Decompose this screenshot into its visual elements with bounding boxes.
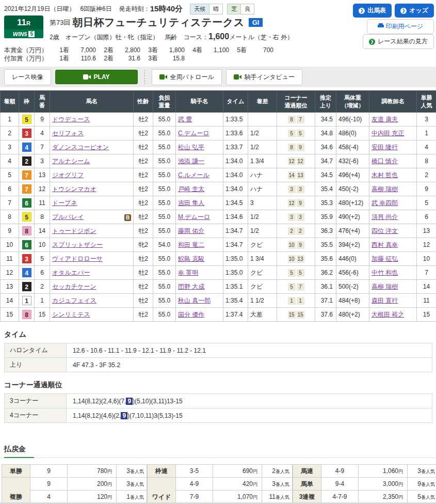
corner-position-box: 7 bbox=[297, 116, 304, 123]
results-guide-button[interactable]: ❯ レース結果の見方 bbox=[363, 34, 434, 49]
entries-button[interactable]: ❯ 出馬表 bbox=[353, 4, 392, 18]
payout-popularity: 1番人気 bbox=[117, 491, 147, 503]
patrol-video-button[interactable]: 全周パトロール bbox=[152, 69, 222, 85]
last-3f-time: 34.8 bbox=[315, 127, 336, 140]
jockey-name-link[interactable]: 戸崎 圭太 bbox=[178, 185, 204, 193]
frame-cell: 2 bbox=[19, 154, 35, 168]
horse-name-link[interactable]: ドウデュース bbox=[52, 116, 90, 123]
print-page-button[interactable]: 印刷用ページ bbox=[367, 19, 434, 34]
horse-name-link[interactable]: ダノンスコーピオン bbox=[52, 144, 109, 151]
trainer-name-link[interactable]: 橋口 慎介 bbox=[372, 158, 398, 165]
table-row: 159ドウデュース牡255.0武 豊1:33.58734.5496(-10)友道… bbox=[1, 113, 436, 127]
prize-value: 700 bbox=[247, 46, 273, 54]
trainer-name-link[interactable]: 中内田 充正 bbox=[372, 130, 404, 137]
trainer-name-link[interactable]: 高柳 瑞樹 bbox=[372, 185, 398, 193]
horse-number: 12 bbox=[35, 182, 50, 196]
carried-weight: 55.0 bbox=[153, 308, 176, 322]
finish-time: 1:34.7 bbox=[223, 238, 248, 252]
jockey-name-link[interactable]: 武 豊 bbox=[178, 116, 192, 123]
finish-position: 1 bbox=[1, 113, 19, 127]
trainer-name-link[interactable]: 安田 隆行 bbox=[372, 144, 398, 151]
horse-name-link[interactable]: オタルエバー bbox=[52, 269, 90, 276]
trainer-name-link[interactable]: 大根田 裕之 bbox=[372, 311, 404, 318]
trainer-name-link[interactable]: 木村 哲也 bbox=[372, 171, 398, 179]
odds-button[interactable]: ❯ オッズ bbox=[395, 4, 434, 18]
horse-name-link[interactable]: アルナシーム bbox=[52, 158, 90, 165]
frame-number-badge: 3 bbox=[22, 254, 31, 263]
frame-number-badge: 4 bbox=[22, 268, 31, 277]
finish-position: 7 bbox=[1, 196, 19, 210]
finish-position: 5 bbox=[1, 168, 19, 182]
horse-name-link[interactable]: トゥードジボン bbox=[52, 227, 96, 234]
jockey-cell: 池添 謙一 bbox=[176, 154, 223, 168]
horse-name-link[interactable]: カジュフェイス bbox=[52, 297, 96, 304]
jockey-interview-button[interactable]: 騎手インタビュー bbox=[226, 69, 302, 85]
popularity-suffix: 番人気 bbox=[130, 469, 144, 474]
corner-row: 4コーナー1,14(8,12)(4,6)(2,9)(7,10,11)3(5,13… bbox=[5, 408, 432, 423]
sex-age: 牡2 bbox=[134, 308, 153, 322]
prize-place: 4着 bbox=[185, 46, 202, 54]
win-popularity: 4 bbox=[417, 140, 436, 154]
carried-weight: 55.0 bbox=[153, 210, 176, 224]
last-3f-time: 35.3 bbox=[315, 196, 336, 210]
jockey-name-link[interactable]: M.デムーロ bbox=[178, 213, 210, 220]
jockey-name-link[interactable]: C.ルメール bbox=[178, 171, 209, 179]
jockey-name-link[interactable]: 和田 竜二 bbox=[178, 241, 204, 248]
horse-number: 5 bbox=[35, 252, 50, 266]
highlighted-horse-number: 9 bbox=[126, 398, 133, 405]
trainer-name-link[interactable]: 友道 康夫 bbox=[372, 116, 398, 123]
last-3f-time: 37.6 bbox=[315, 308, 336, 322]
trainer-name-link[interactable]: 中竹 和也 bbox=[372, 269, 398, 276]
jockey-name-link[interactable]: 池添 謙一 bbox=[178, 158, 204, 165]
jockey-cell: 秋山 真一郎 bbox=[176, 294, 223, 308]
jockey-name-link[interactable]: C.デムーロ bbox=[178, 130, 209, 137]
race-video-button[interactable]: レース映像 bbox=[4, 69, 51, 85]
corner-position-box: 2 bbox=[297, 227, 304, 235]
trainer-name-link[interactable]: 武 幸四郎 bbox=[372, 199, 398, 207]
results-header-cell: 推定 上り bbox=[315, 91, 336, 113]
horse-number: 13 bbox=[35, 168, 50, 182]
margin: 1/2 bbox=[248, 140, 277, 154]
frame-number-badge: 5 bbox=[22, 212, 31, 222]
prize-added-row: 付加賞（万円） 1着110.62着31.63着15.8 bbox=[4, 54, 432, 62]
jockey-name-link[interactable]: 吉田 隼人 bbox=[178, 199, 204, 207]
frame-cell: 2 bbox=[19, 280, 35, 294]
trainer-name-link[interactable]: 森田 直行 bbox=[372, 297, 398, 304]
trainer-name-link[interactable]: 四位 洋文 bbox=[372, 227, 398, 234]
horse-name-link[interactable]: トウシンマカオ bbox=[52, 185, 96, 193]
win-popularity: 3 bbox=[417, 113, 436, 127]
jockey-name-link[interactable]: 秋山 真一郎 bbox=[178, 297, 211, 304]
margin: 1 3/4 bbox=[248, 154, 277, 168]
jockey-name-link[interactable]: 団野 大成 bbox=[178, 283, 204, 290]
horse-name-link[interactable]: ドーブネ bbox=[52, 199, 77, 207]
play-button[interactable]: PLAY bbox=[55, 70, 138, 84]
horse-name-link[interactable]: ジオグリフ bbox=[52, 171, 84, 179]
horse-name-link[interactable]: セリフォス bbox=[52, 130, 84, 137]
body-weight: 458(-4) bbox=[336, 140, 369, 154]
jockey-name-link[interactable]: 松山 弘平 bbox=[178, 144, 204, 151]
jockey-name-link[interactable]: 幸 英明 bbox=[178, 269, 198, 276]
race-distance: 1,600 bbox=[208, 32, 229, 41]
margin: 1/2 bbox=[248, 224, 277, 238]
jockey-name-link[interactable]: 藤岡 佑介 bbox=[178, 227, 204, 234]
margin bbox=[248, 113, 277, 127]
horse-name-link[interactable]: ヴィアドロローサ bbox=[52, 255, 103, 262]
horse-name-link[interactable]: プルパレイ bbox=[52, 213, 84, 220]
horse-name-link[interactable]: スプリットザシー bbox=[52, 241, 103, 248]
horse-name-link[interactable]: セッカチケーン bbox=[52, 283, 96, 290]
horse-name-link[interactable]: シンリミテス bbox=[52, 311, 90, 318]
corner-position-box: 9 bbox=[297, 199, 304, 207]
trainer-name-link[interactable]: 西村 真幸 bbox=[372, 241, 398, 248]
meeting-info: 6回阪神6日 bbox=[80, 5, 111, 13]
payout-row: 単勝9780円3番人気 bbox=[2, 465, 147, 478]
corner-position-box: 1 bbox=[297, 297, 304, 305]
trainer-name-link[interactable]: 加藤 征弘 bbox=[372, 255, 398, 262]
trainer-name-link[interactable]: 須貝 尚介 bbox=[372, 213, 398, 220]
carried-weight: 55.0 bbox=[153, 140, 176, 154]
body-weight: 476(+4) bbox=[336, 224, 369, 238]
prize-item: 2着31.6 bbox=[96, 54, 140, 62]
time-row-value: 4F 47.3 - 3F 35.2 bbox=[67, 358, 432, 372]
trainer-name-link[interactable]: 高柳 瑞樹 bbox=[372, 283, 398, 290]
jockey-name-link[interactable]: 鮫島 克駿 bbox=[178, 255, 204, 262]
jockey-name-link[interactable]: 国分 優作 bbox=[178, 311, 204, 318]
